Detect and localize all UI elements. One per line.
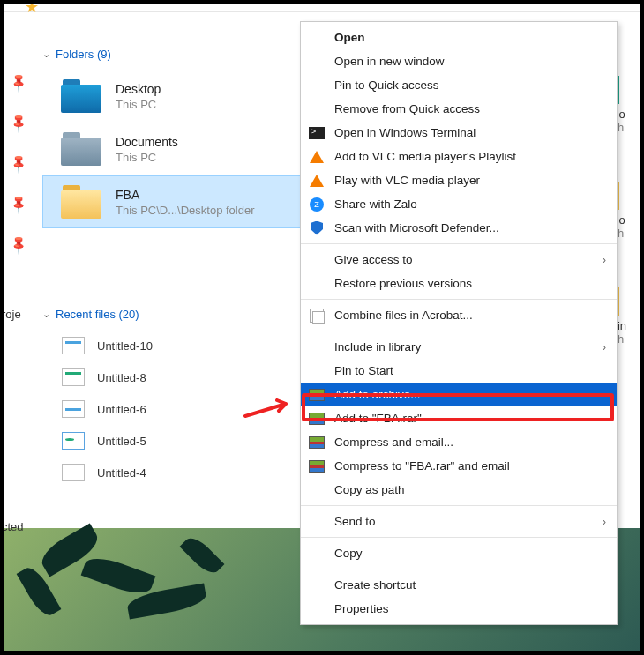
menu-send-to[interactable]: Send to›: [301, 510, 617, 533]
menu-open-new-window[interactable]: Open in new window: [301, 49, 617, 73]
menu-open-terminal[interactable]: Open in Windows Terminal: [301, 121, 617, 145]
menu-label: Open in Windows Terminal: [334, 126, 476, 139]
menu-copy[interactable]: Copy: [301, 541, 617, 565]
folder-subtitle: This PC: [116, 151, 178, 164]
acrobat-icon: [310, 309, 324, 323]
pin-icon: 📌: [8, 152, 32, 175]
submenu-arrow-icon: ›: [603, 516, 606, 528]
winrar-icon: [309, 389, 325, 401]
recent-file-item[interactable]: Untitled-6: [42, 393, 307, 425]
menu-label: Scan with Microsoft Defender...: [334, 221, 499, 234]
menu-compress-fba-email[interactable]: Compress to "FBA.rar" and email: [301, 454, 617, 478]
menu-add-to-fba-rar[interactable]: Add to "FBA.rar": [301, 406, 617, 430]
menu-vlc-playlist[interactable]: Add to VLC media player's Playlist: [301, 145, 617, 168]
menu-label: Pin to Start: [334, 364, 393, 377]
recent-label: Recent files (20): [56, 308, 139, 321]
menu-label: Restore previous versions: [334, 277, 472, 290]
pin-column: 📌 📌 📌 📌 📌: [11, 74, 28, 252]
pin-icon: 📌: [8, 233, 32, 257]
menu-give-access[interactable]: Give access to›: [301, 248, 617, 272]
file-name: Untitled-10: [97, 339, 153, 353]
menu-label: Remove from Quick access: [334, 102, 480, 115]
menu-label: Add to archive...: [334, 388, 421, 401]
menu-pin-quick-access[interactable]: Pin to Quick access: [301, 73, 617, 97]
recent-file-item[interactable]: Untitled-4: [42, 457, 307, 488]
menu-label: Compress to "FBA.rar" and email: [334, 459, 510, 473]
menu-label: Give access to: [334, 253, 413, 266]
shield-icon: [311, 221, 323, 235]
menu-properties[interactable]: Properties: [301, 597, 617, 621]
file-thumb-icon: [62, 400, 85, 418]
folder-item-documents[interactable]: Documents This PC: [42, 123, 307, 175]
menu-combine-acrobat[interactable]: Combine files in Acrobat...: [301, 303, 617, 327]
menu-vlc-play[interactable]: Play with VLC media player: [301, 168, 617, 192]
menu-copy-as-path[interactable]: Copy as path: [301, 478, 617, 502]
folders-header[interactable]: ⌄ Folders (9): [42, 48, 307, 61]
toolbar-strip: ★: [4, 4, 640, 12]
truncated-label: cted: [2, 520, 24, 533]
chevron-down-icon: ⌄: [42, 309, 50, 320]
file-thumb-icon: [62, 368, 85, 386]
file-name: Untitled-4: [97, 466, 146, 480]
recent-file-item[interactable]: Untitled-10: [42, 330, 307, 361]
menu-compress-email[interactable]: Compress and email...: [301, 430, 617, 454]
menu-separator: [301, 537, 617, 538]
folders-section: ⌄ Folders (9) Desktop This PC Documents …: [42, 39, 307, 228]
menu-separator: [301, 243, 617, 244]
zalo-icon: Z: [310, 197, 324, 212]
menu-label: Add to "FBA.rar": [334, 412, 422, 425]
vlc-icon: [310, 175, 324, 187]
truncated-label: roje: [2, 308, 21, 321]
recent-files-section: ⌄ Recent files (20) Untitled-10 Untitled…: [42, 299, 307, 488]
vlc-icon: [310, 151, 324, 163]
pin-icon: 📌: [8, 111, 32, 135]
recent-header[interactable]: ⌄ Recent files (20): [42, 308, 307, 321]
folder-title: Desktop: [116, 82, 161, 96]
context-menu: Open Open in new window Pin to Quick acc…: [300, 21, 618, 625]
folder-title: Documents: [116, 135, 178, 149]
file-thumb-icon: [62, 432, 85, 450]
menu-include-library[interactable]: Include in library›: [301, 335, 617, 359]
menu-create-shortcut[interactable]: Create shortcut: [301, 573, 617, 597]
folder-subtitle: This PC\D...\Desktop folder: [116, 204, 255, 217]
chevron-down-icon: ⌄: [42, 48, 50, 60]
menu-restore-versions[interactable]: Restore previous versions: [301, 272, 617, 295]
menu-label: Share with Zalo: [334, 197, 417, 211]
pin-icon: 📌: [8, 71, 32, 94]
file-thumb-icon: [62, 464, 85, 481]
folder-title: FBA: [116, 188, 255, 202]
submenu-arrow-icon: ›: [603, 341, 606, 354]
menu-share-zalo[interactable]: ZShare with Zalo: [301, 192, 617, 216]
menu-label: Open: [334, 31, 365, 44]
menu-open[interactable]: Open: [301, 26, 617, 49]
file-name: Untitled-5: [97, 435, 146, 448]
menu-add-to-archive[interactable]: Add to archive...: [301, 383, 617, 406]
winrar-icon: [309, 413, 325, 425]
folder-item-desktop[interactable]: Desktop This PC: [42, 70, 307, 123]
folders-label: Folders (9): [56, 48, 111, 61]
winrar-icon: [309, 436, 325, 449]
menu-label: Combine files in Acrobat...: [334, 309, 473, 322]
menu-scan-defender[interactable]: Scan with Microsoft Defender...: [301, 216, 617, 240]
menu-pin-start[interactable]: Pin to Start: [301, 359, 617, 383]
recent-file-item[interactable]: Untitled-5: [42, 425, 307, 457]
file-thumb-icon: [62, 337, 85, 354]
menu-label: Pin to Quick access: [334, 78, 439, 92]
file-name: Untitled-6: [97, 403, 146, 416]
submenu-arrow-icon: ›: [603, 254, 606, 266]
menu-label: Open in new window: [334, 55, 445, 68]
folder-subtitle: This PC: [116, 98, 161, 111]
menu-label: Include in library: [334, 340, 421, 354]
folder-icon: [61, 185, 101, 219]
menu-separator: [301, 505, 617, 506]
folder-icon: [61, 132, 101, 166]
folder-icon: [61, 79, 101, 113]
menu-label: Properties: [334, 602, 389, 615]
menu-label: Copy as path: [334, 483, 405, 496]
menu-separator: [301, 331, 617, 331]
folder-item-fba[interactable]: FBA This PC\D...\Desktop folder: [42, 175, 307, 228]
recent-file-item[interactable]: Untitled-8: [42, 361, 307, 393]
menu-remove-quick-access[interactable]: Remove from Quick access: [301, 97, 617, 121]
menu-label: Send to: [334, 515, 376, 528]
winrar-icon: [309, 460, 325, 473]
